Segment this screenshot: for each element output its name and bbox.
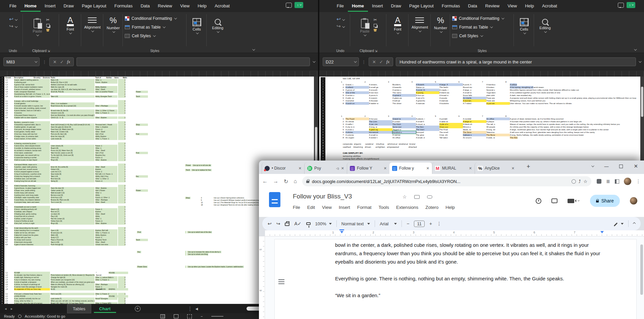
row-number[interactable]: 2 xyxy=(0,79,4,81)
cell-styles-button[interactable]: Cell Styles xyxy=(123,32,155,40)
grid-row[interactable]: 8 A torch onA ladder wThe obserA stairca… xyxy=(326,102,644,105)
grid-cell[interactable]: A small ga xyxy=(369,86,392,89)
grid-cell[interactable]: Waves of nausea, vertigo; the world here… xyxy=(510,123,620,126)
grid-cell[interactable]: A series o xyxy=(392,89,416,91)
grid-cell[interactable]: A pond, th xyxy=(416,89,439,91)
grid-cell[interactable]: A four-po xyxy=(416,94,439,97)
row-number[interactable]: 5 xyxy=(321,88,325,91)
row-number[interactable]: 30 xyxy=(321,155,325,158)
sheet-row[interactable]: 25 3,6 A fruit tree, heavy with ripe fru… xyxy=(0,133,314,135)
document-text[interactable]: bowl in the center, a dark, polished cub… xyxy=(335,241,603,308)
row-number[interactable]: 87 xyxy=(0,279,4,281)
grid-cell[interactable]: The Seve xyxy=(463,131,486,134)
grid-cell[interactable]: A small, d xyxy=(416,136,439,139)
grid-cell[interactable]: Round sto xyxy=(463,86,486,89)
cell-styles-button[interactable]: Cell Styles xyxy=(451,32,482,40)
grid-cell[interactable]: An office xyxy=(486,118,510,120)
document-title[interactable]: Follow your Bliss_V3 xyxy=(293,193,352,200)
grid-cell[interactable]: Gallows s xyxy=(463,134,486,136)
row-number[interactable]: 23 xyxy=(0,128,4,131)
docs-menu-item[interactable]: Tools xyxy=(379,205,389,210)
zoom-out-icon[interactable]: − xyxy=(201,314,203,318)
row-number[interactable]: 8 xyxy=(0,93,4,95)
grid-cell[interactable]: The obser xyxy=(392,102,416,105)
tab-close-icon[interactable]: ✕ xyxy=(426,166,429,171)
row-number[interactable]: 26 xyxy=(0,135,4,138)
grid-cell[interactable]: One of the xyxy=(345,91,369,94)
maximize-icon[interactable] xyxy=(619,165,623,168)
grid-cell[interactable]: A curtain xyxy=(392,120,416,123)
name-box[interactable]: M83 xyxy=(3,57,40,66)
grid-row[interactable]: 5 A series oA picnic bA spiral dA four-p… xyxy=(326,94,644,97)
sheet-row[interactable]: 2 1,1 Gravel, raked in swirling patterns… xyxy=(0,79,314,81)
browser-tab[interactable]: % AnyDice ✕ xyxy=(475,163,517,174)
grid-cell[interactable]: A thousan xyxy=(369,99,392,102)
grid-cell[interactable]: A long, w xyxy=(369,126,392,128)
version-history-icon[interactable] xyxy=(536,198,541,204)
row-number[interactable]: 79 xyxy=(0,260,4,262)
grid-cell[interactable]: A glass pa xyxy=(392,97,416,99)
row-number[interactable]: 61 xyxy=(0,218,4,220)
meet-camera-icon[interactable] xyxy=(568,199,574,203)
grid-cell[interactable]: An infinity pool fills the majority of t… xyxy=(510,126,589,128)
sheet-row[interactable]: 28 xyxy=(0,140,314,142)
docs-menu-item[interactable]: Zotero xyxy=(425,205,438,210)
grid-cell[interactable]: The Foyer xyxy=(345,118,369,120)
grid-cell[interactable]: A blank wa xyxy=(439,91,463,94)
zoom-select[interactable]: 100% xyxy=(315,221,332,226)
document-outline-icon[interactable] xyxy=(278,279,284,284)
grid-cell[interactable]: A narrow xyxy=(392,134,416,136)
ribbon-tab[interactable]: Data xyxy=(464,0,481,12)
grid-row[interactable]: 1 Gravel, r.A stream,Boulders,A flowerbA… xyxy=(326,83,644,86)
grid-cell[interactable]: Utter silence. You can make no sound her… xyxy=(510,102,572,105)
grid-cell[interactable]: A greenho xyxy=(416,99,439,102)
sheet-row[interactable]: 32 4,4 An orchard in miniature, bonsai r… xyxy=(0,149,314,152)
sheet-note[interactable]: two 1d8, roll d44 xyxy=(343,77,360,80)
grid-cell[interactable]: A young, xyxy=(416,91,439,94)
ribbon-tab[interactable]: Formulas xyxy=(110,0,137,12)
sheet-row[interactable]: 35 4,7 A scarecrow wearing a sunhat Gree… xyxy=(0,156,314,159)
row-number[interactable]: 33 xyxy=(0,152,4,154)
name-box[interactable]: D22 xyxy=(323,57,359,66)
row-number[interactable]: 53 xyxy=(0,199,4,201)
styles-select[interactable]: Normal text xyxy=(341,221,370,226)
grid-cell[interactable]: An elevat xyxy=(345,120,369,123)
sheet-row[interactable]: 4 1,3 A grove of tall, narrow birch Abil… xyxy=(0,84,314,86)
row-number[interactable]: 29 xyxy=(321,152,325,155)
row-number[interactable]: 32 xyxy=(0,149,4,152)
row-number[interactable]: 40 xyxy=(0,168,4,171)
grid-cell[interactable]: A staircas xyxy=(439,99,463,102)
grid-row[interactable]: 3 A grove ofA smoothA series oA pond, th… xyxy=(326,89,644,91)
sheet-row[interactable]: 6 1,5 A series of smooth, polished stone… xyxy=(0,88,314,91)
share-badge-icon[interactable]: ↑ xyxy=(627,2,635,8)
extensions-puzzle-icon[interactable] xyxy=(597,179,601,184)
row-number[interactable]: 9 xyxy=(321,99,325,101)
sheet-row[interactable]: 3 1,2 A reflecting pool Reflect [2], Div… xyxy=(0,81,314,84)
paste-button[interactable]: Paste xyxy=(33,15,42,36)
row-number[interactable]: 48 xyxy=(0,187,4,189)
grid-cell[interactable]: An enorm xyxy=(463,136,486,139)
grid-cell[interactable]: A rosevin xyxy=(369,97,392,99)
row-number[interactable]: 25 xyxy=(0,133,4,135)
home-icon[interactable]: ⌂ xyxy=(293,178,297,184)
simplify-note-title[interactable]: CAN SIMPLIFY BY: xyxy=(343,152,363,154)
grid-cell[interactable]: Gravel, r. xyxy=(345,83,369,86)
grid-cell[interactable]: A willow xyxy=(510,83,517,86)
sheet-row[interactable]: 5 1,4 One of those sealed meditation maz… xyxy=(0,86,314,88)
grid-cell[interactable]: A low ston xyxy=(369,91,392,94)
grid-cell[interactable]: A maple, i xyxy=(439,89,463,91)
row-number[interactable]: 27 xyxy=(321,147,325,150)
grid-cell[interactable]: A long, fleshy hallway, the walls slowly… xyxy=(510,134,584,136)
editing-button[interactable]: Editing xyxy=(212,14,223,33)
ribbon-tab[interactable]: Acrobat xyxy=(211,0,234,12)
tab-close-icon[interactable]: ✕ xyxy=(384,166,387,171)
share-badge-icon[interactable]: ↑ xyxy=(294,2,303,8)
sheet-tab-chart[interactable]: Chart xyxy=(94,305,116,313)
row-number[interactable]: 18 xyxy=(321,123,325,126)
sheet-row[interactable]: 12 2,2 A small gazebo Other -1 on medita… xyxy=(0,102,314,105)
grid-cell[interactable]: A hut cobbled together poorly from stick… xyxy=(510,91,560,94)
row-number[interactable]: 15 xyxy=(0,109,4,112)
grid-cell[interactable]: A reflecti xyxy=(345,86,369,89)
descriptor-words-row1[interactable]: corporate organic cerebral intuitive whi… xyxy=(343,143,415,145)
grid-cell[interactable]: The Final xyxy=(439,128,463,131)
